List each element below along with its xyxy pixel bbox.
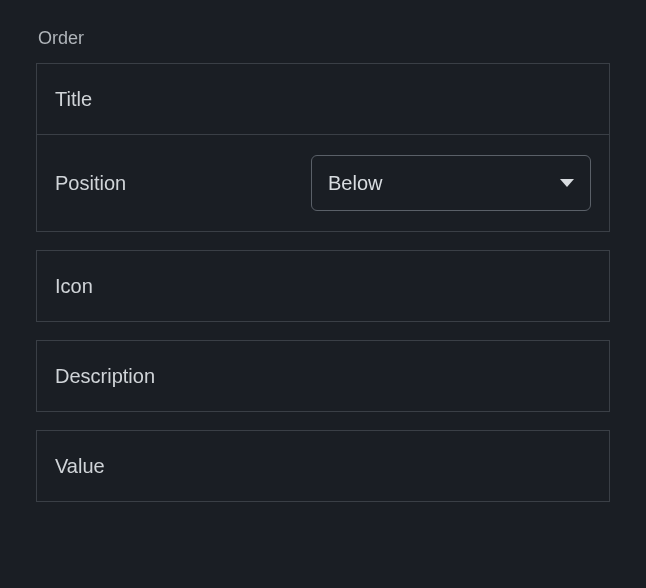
row-title[interactable]: Title xyxy=(37,64,609,134)
section-label: Order xyxy=(36,28,610,49)
row-position: Position Below xyxy=(37,134,609,231)
row-description[interactable]: Description xyxy=(37,341,609,411)
position-select[interactable]: Below xyxy=(311,155,591,211)
group-icon: Icon xyxy=(36,250,610,322)
row-icon-label: Icon xyxy=(55,275,255,298)
position-select-value: Below xyxy=(328,172,382,195)
row-position-label: Position xyxy=(55,172,255,195)
row-value-label: Value xyxy=(55,455,255,478)
chevron-down-icon xyxy=(560,179,574,187)
row-title-label: Title xyxy=(55,88,255,111)
group-title-position: Title Position Below xyxy=(36,63,610,232)
row-icon[interactable]: Icon xyxy=(37,251,609,321)
group-description: Description xyxy=(36,340,610,412)
row-description-label: Description xyxy=(55,365,255,388)
group-value: Value xyxy=(36,430,610,502)
row-value[interactable]: Value xyxy=(37,431,609,501)
